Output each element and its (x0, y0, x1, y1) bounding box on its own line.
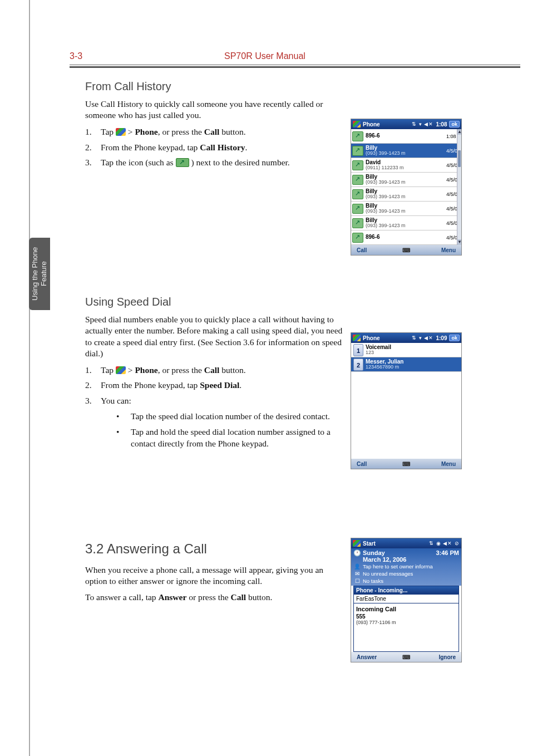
caller-name: 896-6 (366, 133, 445, 139)
today-line[interactable]: ✉No unread messages (353, 570, 459, 577)
titlebar-title: Phone (363, 335, 412, 341)
contact-number: 123 (366, 350, 461, 355)
titlebar-time: 1:08 (436, 121, 447, 127)
para-answering-1: When you receive a phone call, a message… (85, 564, 347, 587)
softkey-answer[interactable]: Answer (351, 654, 398, 660)
call-history-row[interactable]: Billy(093) 399-1423 m4/5/05 (351, 144, 461, 158)
caller-name: 896-6 (366, 234, 445, 240)
header-rule-thick (70, 66, 520, 68)
call-history-row[interactable]: 896-61:08 p (351, 129, 461, 144)
sip-icon[interactable]: ⌨ (398, 654, 414, 660)
call-out-icon[interactable] (352, 160, 363, 170)
step-text: Tap > Phone, or press the Call button. (101, 364, 347, 376)
titlebar: Start ⇅ ◉ ◀✕ ⊘ (351, 538, 461, 548)
call-history-row[interactable]: Billy(093) 399-1423 m4/5/05 (351, 216, 461, 230)
step-num: 1. (85, 364, 101, 376)
today-date-row: 🕐 Sunday March 12, 2006 3:46 PM (353, 549, 459, 563)
heading-speed-dial: Using Speed Dial (85, 296, 520, 308)
sip-icon[interactable]: ⌨ (398, 461, 414, 467)
bullet-1: •Tap the speed dial location number of t… (116, 410, 347, 423)
today-line[interactable]: ☐No tasks (353, 577, 459, 585)
step-num: 1. (85, 126, 101, 138)
steps-speed-dial: 1. Tap > Phone, or press the Call button… (85, 364, 347, 453)
call-out-icon[interactable] (352, 218, 363, 228)
scrollbar[interactable]: ▲ ▼ (457, 129, 461, 245)
status-icons: ⇅ ▾ ◀✕ (412, 335, 433, 341)
call-history-row[interactable]: Billy(093) 399-1423 m4/5/05 (351, 187, 461, 202)
start-icon[interactable] (353, 335, 361, 341)
softkey-ignore[interactable]: Ignore (414, 654, 461, 660)
ok-button[interactable]: ok (449, 335, 460, 341)
softkey-bar: Answer ⌨ Ignore (351, 652, 461, 662)
titlebar: Phone ⇅ ▾ ◀✕ 1:09 ok (351, 333, 461, 343)
bullets-speed-dial: •Tap the speed dial location number of t… (116, 410, 347, 450)
today-line-text: No tasks (363, 578, 383, 584)
heading-call-history: From Call History (85, 80, 520, 93)
carrier-name: FarEasTone (354, 595, 459, 603)
scroll-thumb[interactable] (458, 150, 461, 167)
intro-speed-dial: Speed dial numbers enable you to quickly… (85, 314, 347, 360)
bullet-2: •Tap and hold the speed dial location nu… (116, 426, 347, 450)
today-date: Sunday March 12, 2006 (363, 549, 436, 563)
step-1: 1. Tap > Phone, or press the Call button… (85, 126, 347, 138)
ok-button[interactable]: ok (449, 121, 460, 127)
softkey-left[interactable]: Call (351, 461, 398, 467)
softkey-bar: Call ⌨ Menu (351, 459, 461, 469)
speed-dial-number[interactable]: 1 (353, 344, 363, 356)
call-history-row[interactable]: 896-64/5/05 (351, 230, 461, 245)
call-out-icon[interactable] (352, 204, 363, 214)
call-out-icon[interactable] (352, 189, 363, 199)
step-text: Tap > Phone, or press the Call button. (101, 126, 347, 138)
call-out-icon[interactable] (352, 131, 363, 141)
page-number: 3-3 (70, 51, 214, 61)
today-line-icon: ☐ (353, 578, 361, 584)
titlebar-time: 1:09 (436, 335, 447, 341)
step-2: 2. From the Phone keypad, tap Call Histo… (85, 141, 347, 154)
para-answering-2: To answer a call, tap Answer or press th… (85, 592, 347, 603)
start-icon[interactable] (353, 121, 361, 127)
screenshot-incoming-call: Start ⇅ ◉ ◀✕ ⊘ 🕐 Sunday March 12, 2006 3… (351, 538, 462, 662)
popup-title: Phone - Incoming... (354, 586, 459, 595)
steps-call-history: 1. Tap > Phone, or press the Call button… (85, 126, 347, 169)
call-out-icon[interactable] (352, 146, 363, 156)
page-edge-rule (29, 0, 30, 756)
call-out-icon[interactable] (352, 233, 363, 243)
caller-number: (0911) 112233 m (366, 165, 445, 170)
step-1: 1. Tap > Phone, or press the Call button… (85, 364, 347, 376)
call-out-icon[interactable] (352, 175, 363, 185)
speed-dial-number[interactable]: 2 (353, 359, 363, 371)
speed-dial-row[interactable]: 2Messer, Julian1234567890 m (351, 357, 461, 372)
today-line[interactable]: 👤Tap here to set owner informa (353, 563, 459, 570)
caller-number: (093) 399-1423 m (366, 209, 445, 214)
softkey-right[interactable]: Menu (414, 247, 461, 253)
call-out-icon (176, 158, 189, 167)
caller-number: (093) 399-1423 m (366, 151, 445, 156)
status-icons: ⇅ ◉ ◀✕ ⊘ (429, 541, 460, 546)
softkey-right[interactable]: Menu (414, 461, 461, 467)
start-icon[interactable] (353, 540, 361, 547)
step-3: 3. You can: •Tap the speed dial location… (85, 395, 347, 453)
intro-call-history: Use Call History to quickly call someone… (85, 99, 347, 121)
scroll-down[interactable]: ▼ (457, 239, 461, 245)
call-history-list: 896-61:08 pBilly(093) 399-1423 m4/5/05Da… (351, 129, 461, 245)
popup-body: Incoming Call 555 (093) 777-1106 m (354, 603, 459, 651)
titlebar-title: Start (363, 541, 429, 547)
bullet-dot: • (116, 426, 131, 450)
step-3: 3. Tap the icon (such as ) next to the d… (85, 156, 347, 169)
caller-number: (093) 399-1423 m (366, 223, 445, 228)
softkey-left[interactable]: Call (351, 247, 398, 253)
speed-dial-row[interactable]: 1Voicemail123 (351, 343, 461, 357)
call-history-row[interactable]: David(0911) 112233 m4/5/05 (351, 158, 461, 173)
speed-dial-list: 1Voicemail1232Messer, Julian1234567890 m (351, 343, 461, 459)
today-screen: 🕐 Sunday March 12, 2006 3:46 PM 👤Tap her… (351, 548, 461, 586)
sip-icon[interactable]: ⌨ (398, 247, 414, 253)
clock-icon: 🕐 (353, 549, 361, 557)
side-tab-label: Using the Phone Feature (31, 238, 48, 310)
scroll-up[interactable]: ▲ (457, 129, 461, 135)
today-line-icon: ✉ (353, 571, 361, 577)
contact-number: 1234567890 m (366, 365, 461, 370)
call-history-row[interactable]: Billy(093) 399-1423 m4/5/05 (351, 202, 461, 216)
call-history-row[interactable]: Billy(093) 399-1423 m4/5/05 (351, 173, 461, 187)
manual-title: SP70R User Manual (214, 51, 520, 61)
header-rule-thin (70, 65, 520, 65)
